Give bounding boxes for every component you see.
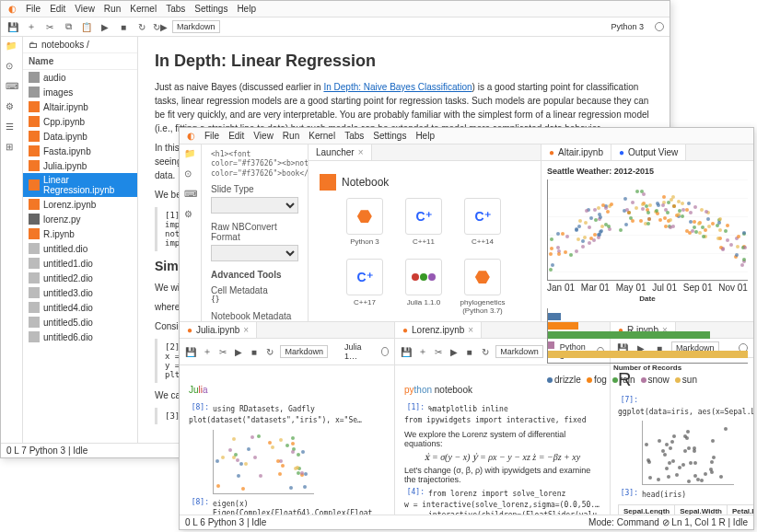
file-browser: 🗀notebooks / Name audioimagesAltair.ipyn… [23,37,138,443]
file-item[interactable]: untitled4.dio [23,300,137,315]
file-item[interactable]: untitled3.dio [23,285,137,300]
naive-bayes-link[interactable]: In Depth: Naive Bayes Classification [323,82,472,92]
menu-file[interactable]: File [26,4,41,14]
menu-view[interactable]: View [253,131,274,141]
code-cell[interactable]: ggplot(data=iris, aes(x=Sepal.Len… [618,408,753,416]
menu-file[interactable]: File [204,131,219,141]
folder-icon[interactable]: 🗀 [29,40,38,50]
save-icon[interactable]: 💾 [401,345,412,358]
raw-nbconvert-select[interactable] [211,245,298,261]
menu-kernel[interactable]: Kernel [130,4,157,14]
add-icon[interactable]: ＋ [417,345,427,358]
restart-icon[interactable]: ↻ [264,345,274,358]
run-icon[interactable]: ▶ [448,345,459,358]
save-icon[interactable]: 💾 [185,345,196,358]
code-cell[interactable]: head(iris) [642,491,686,499]
launcher-card[interactable]: ⬣phylogenetics (Python 3.7) [460,259,506,315]
tab-altair[interactable]: ●Altair.ipynb [542,145,611,160]
property-inspector-icon[interactable]: ⚙ [6,101,18,114]
code-cell[interactable]: %matplotlib inline from ipywidgets impor… [404,405,586,424]
file-item[interactable]: Linear Regression.ipynb [23,173,137,197]
raw-nbconvert-label: Raw NBConvert Format [211,222,298,242]
menu-settings[interactable]: Settings [373,131,406,141]
restart-icon[interactable]: ↻ [135,20,148,33]
running-icon[interactable]: ⊙ [6,61,18,74]
menu-run[interactable]: Run [283,131,299,141]
file-item[interactable]: untitled5.dio [23,315,137,330]
stop-icon[interactable]: ■ [464,345,474,358]
menu-run[interactable]: Run [104,4,121,14]
save-icon[interactable]: 💾 [6,20,19,33]
file-item[interactable]: Julia.ipynb [23,158,137,173]
menu-edit[interactable]: Edit [228,131,244,141]
cut-icon[interactable]: ✂ [43,20,56,33]
tab-output-view[interactable]: ●Output View [611,145,686,160]
file-item[interactable]: Data.ipynb [23,129,137,144]
code-cell[interactable]: from lorenz import solve_lorenz w = inte… [404,490,600,509]
launcher: Notebook ⬣Python 3C⁺C++11C⁺C++14C⁺C++17J… [309,161,541,321]
cut-icon[interactable]: ✂ [433,345,443,358]
close-icon[interactable]: × [243,325,249,335]
launcher-card[interactable]: Julia 1.1.0 [401,259,447,315]
menu-tabs[interactable]: Tabs [344,131,364,141]
file-item[interactable]: Altair.ipynb [23,99,137,114]
property-inspector-icon[interactable]: ⚙ [184,209,197,222]
run-icon[interactable]: ▶ [99,20,111,33]
launcher-card[interactable]: C⁺C++14 [460,198,506,246]
file-item[interactable]: audio [23,70,137,85]
code-cell[interactable]: using RDatasets, Gadfly plot(dataset("da… [189,405,362,424]
menu-help[interactable]: Help [415,131,435,141]
notebook-toolbar: 💾 ＋ ✂ ⧉ 📋 ▶ ■ ↻ ↻▶ Markdown Python 3 [1,17,670,37]
close-icon[interactable]: × [358,147,364,157]
menu-tabs[interactable]: Tabs [166,4,185,14]
folder-icon[interactable]: 📁 [6,40,18,53]
commands-icon[interactable]: ⌨ [184,189,197,202]
kernel-name[interactable]: Python 3 [605,21,649,32]
file-item[interactable]: untitled.dio [23,241,137,256]
menu-settings[interactable]: Settings [194,4,227,14]
file-item[interactable]: untitled6.dio [23,330,137,344]
folder-icon[interactable]: 📁 [184,148,197,161]
restart-icon[interactable]: ↻ [480,345,490,358]
copy-icon[interactable]: ⧉ [62,20,75,33]
cell-type-select[interactable]: Markdown [280,345,328,358]
cell-type-select[interactable]: Markdown [495,345,543,358]
extensions-icon[interactable]: ⊞ [6,142,18,155]
file-item[interactable]: images [23,85,137,99]
running-icon[interactable]: ⊙ [184,168,197,181]
launcher-card[interactable]: ⬣Python 3 [342,198,388,246]
launcher-card[interactable]: C⁺C++17 [342,259,388,315]
cell-type-select[interactable]: Markdown [172,20,220,33]
tab-julia[interactable]: ●Julia.ipynb× [180,322,257,338]
add-icon[interactable]: ＋ [202,345,212,358]
restart-run-icon[interactable]: ↻▶ [154,20,167,33]
advanced-tools-header[interactable]: Advanced Tools [211,270,298,280]
menu-help[interactable]: Help [237,4,256,14]
tab-lorenz[interactable]: ●Lorenz.ipynb× [395,322,482,338]
run-icon[interactable]: ▶ [233,345,243,358]
file-item[interactable]: R.ipynb [23,226,137,241]
tabs-icon[interactable]: ☰ [6,121,18,134]
add-icon[interactable]: ＋ [25,20,38,33]
file-item[interactable]: untitled1.dio [23,256,137,271]
menu-view[interactable]: View [75,4,95,14]
breadcrumb[interactable]: notebooks / [41,40,89,50]
menu-kernel[interactable]: Kernel [309,131,335,141]
name-column-header[interactable]: Name [23,53,137,70]
code-cell[interactable]: eigen(x) [213,500,249,508]
stop-icon[interactable]: ■ [117,20,130,33]
tab-launcher[interactable]: Launcher× [309,145,372,160]
paste-icon[interactable]: 📋 [80,20,93,33]
file-item[interactable]: Cpp.ipynb [23,114,137,129]
slide-type-select[interactable] [211,197,298,214]
file-item[interactable]: lorenz.py [23,212,137,226]
file-item[interactable]: Fasta.ipynb [23,144,137,158]
close-icon[interactable]: × [468,325,473,335]
menu-edit[interactable]: Edit [50,4,65,14]
file-item[interactable]: Lorenz.ipynb [23,197,137,212]
file-item[interactable]: untitled2.dio [23,271,137,285]
commands-icon[interactable]: ⌨ [6,81,18,94]
cut-icon[interactable]: ✂ [217,345,227,358]
stop-icon[interactable]: ■ [249,345,259,358]
launcher-card[interactable]: C⁺C++11 [401,198,447,246]
